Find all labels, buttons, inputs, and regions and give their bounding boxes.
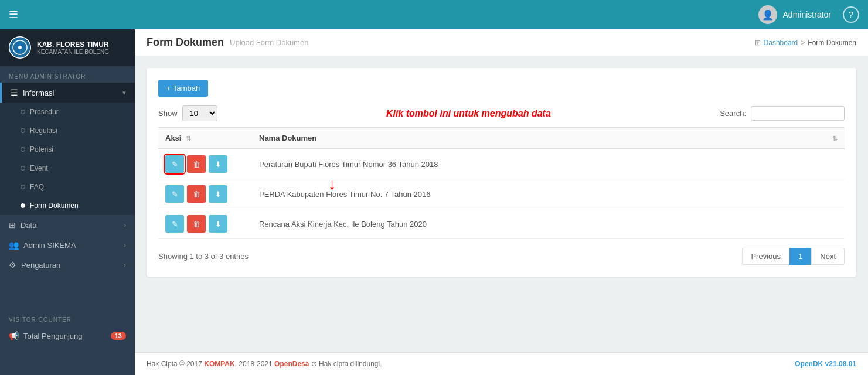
brand-text: KAB. FLORES TIMUR KECAMATAN ILE BOLENG bbox=[37, 40, 109, 55]
download-button-1[interactable]: ⬇ bbox=[209, 155, 227, 173]
speaker-icon: 📢 bbox=[9, 331, 19, 340]
table-row: ✎ 🗑 ⬇ Peraturan Bupati Flores Timur Nomo… bbox=[158, 149, 845, 179]
sidebar-item-potensi[interactable]: Potensi bbox=[0, 140, 135, 159]
document-name: Rencana Aksi Kinerja Kec. Ile Boleng Tah… bbox=[252, 209, 823, 239]
chevron-right-icon-pengaturan: › bbox=[124, 261, 126, 268]
annotation-text: Klik tombol ini untuk mengubah data bbox=[386, 108, 551, 119]
show-label: Show bbox=[158, 109, 178, 118]
total-pengunjung-label: Total Pengunjung bbox=[23, 332, 106, 340]
page-1-button[interactable]: 1 bbox=[789, 248, 811, 265]
documents-table: Aksi ⇅ Nama Dokumen ⇅ bbox=[158, 127, 845, 239]
search-input[interactable] bbox=[751, 106, 845, 121]
sidebar-item-label-event: Event bbox=[30, 164, 126, 172]
dot-icon-form-dokumen bbox=[21, 203, 25, 208]
sidebar-item-faq[interactable]: FAQ bbox=[0, 178, 135, 196]
visitor-count-badge: 13 bbox=[111, 332, 126, 340]
sidebar-footer bbox=[0, 275, 135, 309]
content-area: + Tambah Show 10 25 50 100 Klik bbox=[135, 56, 868, 352]
sidebar-item-label-potensi: Potensi bbox=[30, 145, 126, 154]
chevron-right-icon-data: › bbox=[124, 221, 126, 229]
informasi-submenu: Prosedur Regulasi Potensi Event FAQ Form… bbox=[0, 103, 135, 215]
chevron-down-icon: ▾ bbox=[122, 89, 126, 97]
dot-icon-regulasi bbox=[21, 128, 25, 133]
sidebar-item-event[interactable]: Event bbox=[0, 159, 135, 178]
action-buttons: ✎ 🗑 ⬇ bbox=[165, 185, 245, 203]
page-subtitle: Upload Form Dokumen bbox=[230, 38, 308, 47]
download-button-2[interactable]: ⬇ bbox=[209, 185, 227, 203]
footer-opendesa-link[interactable]: OpenDesa bbox=[274, 360, 309, 368]
sidebar-item-label-pengaturan: Pengaturan bbox=[21, 261, 119, 270]
hamburger-icon[interactable]: ☰ bbox=[9, 8, 18, 21]
help-icon[interactable]: ? bbox=[843, 6, 859, 23]
main-card: + Tambah Show 10 25 50 100 Klik bbox=[147, 68, 856, 277]
entries-info: Showing 1 to 3 of 3 entries bbox=[158, 252, 249, 261]
edit-button-1[interactable]: ✎ bbox=[165, 155, 184, 173]
table-row: ✎ 🗑 ⬇ PERDA Kabupaten Flores Timur No. 7… bbox=[158, 179, 845, 209]
show-entries: Show 10 25 50 100 bbox=[158, 105, 217, 121]
download-button-3[interactable]: ⬇ bbox=[209, 215, 227, 233]
pagination: Previous 1 Next bbox=[742, 248, 845, 265]
main-content: Form Dokumen Upload Form Dokumen ⊞ Dashb… bbox=[135, 29, 868, 375]
sidebar-item-data[interactable]: ⊞ Data › bbox=[0, 215, 135, 235]
dot-icon-event bbox=[21, 166, 25, 171]
database-icon: ⊞ bbox=[9, 220, 16, 230]
search-label: Search: bbox=[720, 109, 746, 118]
entries-select[interactable]: 10 25 50 100 bbox=[182, 105, 217, 121]
page-header: Form Dokumen Upload Form Dokumen ⊞ Dashb… bbox=[135, 29, 868, 56]
col-aksi: Aksi ⇅ bbox=[158, 128, 252, 149]
sidebar-item-total-pengunjung[interactable]: 📢 Total Pengunjung 13 bbox=[0, 326, 135, 346]
next-button[interactable]: Next bbox=[811, 248, 845, 265]
action-cell: ✎ 🗑 ⬇ bbox=[158, 179, 252, 209]
sort-icon-aksi: ⇅ bbox=[186, 135, 191, 142]
sidebar-item-regulasi[interactable]: Regulasi bbox=[0, 121, 135, 140]
col-nama-dokumen: Nama Dokumen bbox=[252, 128, 823, 149]
sidebar-brand: KAB. FLORES TIMUR KECAMATAN ILE BOLENG bbox=[0, 29, 135, 66]
breadcrumb: ⊞ Dashboard > Form Dokumen bbox=[755, 39, 856, 47]
admin-icon: 👥 bbox=[9, 240, 19, 250]
admin-area: 👤 Administrator ? bbox=[758, 5, 859, 24]
dot-icon-prosedur bbox=[21, 110, 25, 114]
delete-button-3[interactable]: 🗑 bbox=[187, 215, 206, 233]
action-buttons: ✎ 🗑 ⬇ bbox=[165, 215, 245, 233]
gear-icon: ⚙ bbox=[9, 260, 16, 270]
table-footer: Showing 1 to 3 of 3 entries Previous 1 N… bbox=[158, 248, 845, 265]
menu-section-label: MENU ADMINISTRATOR bbox=[0, 66, 135, 83]
action-cell: ✎ 🗑 ⬇ bbox=[158, 209, 252, 239]
footer-version: OpenDK v21.08.01 bbox=[795, 360, 856, 368]
sidebar-item-label-admin-sikema: Admin SIKEMA bbox=[23, 241, 119, 250]
chevron-right-icon-admin: › bbox=[124, 241, 126, 248]
dot-icon-faq bbox=[21, 185, 25, 189]
sidebar-item-pengaturan[interactable]: ⚙ Pengaturan › bbox=[0, 255, 135, 275]
sidebar-item-form-dokumen[interactable]: Form Dokumen bbox=[0, 196, 135, 215]
sidebar-item-label-form-dokumen: Form Dokumen bbox=[30, 202, 126, 210]
breadcrumb-current: Form Dokumen bbox=[808, 39, 856, 47]
sidebar-item-admin-sikema[interactable]: 👥 Admin SIKEMA › bbox=[0, 235, 135, 255]
delete-button-1[interactable]: 🗑 bbox=[187, 155, 206, 173]
sidebar-item-label-informasi: Informasi bbox=[23, 88, 118, 97]
sort-icon-nama: ⇅ bbox=[832, 135, 838, 142]
sidebar: KAB. FLORES TIMUR KECAMATAN ILE BOLENG M… bbox=[0, 29, 135, 375]
table-controls: Show 10 25 50 100 Klik tombol ini untuk … bbox=[158, 105, 845, 121]
page-header-left: Form Dokumen Upload Form Dokumen bbox=[147, 36, 308, 49]
empty-cell bbox=[823, 209, 845, 239]
sidebar-item-informasi[interactable]: ☰ Informasi ▾ bbox=[0, 83, 135, 103]
breadcrumb-dashboard[interactable]: Dashboard bbox=[764, 39, 798, 47]
delete-button-2[interactable]: 🗑 bbox=[187, 185, 206, 203]
edit-button-2[interactable]: ✎ bbox=[165, 185, 184, 203]
page-title: Form Dokumen bbox=[147, 36, 224, 49]
footer-github-icon: ⊙ bbox=[309, 360, 316, 368]
svg-point-2 bbox=[18, 46, 22, 49]
add-button[interactable]: + Tambah bbox=[158, 80, 208, 97]
footer-kompak-link[interactable]: KOMPAK bbox=[204, 360, 234, 368]
sidebar-item-prosedur[interactable]: Prosedur bbox=[0, 103, 135, 121]
annotation-container: Aksi ⇅ Nama Dokumen ⇅ bbox=[158, 127, 845, 239]
action-cell: ✎ 🗑 ⬇ bbox=[158, 149, 252, 179]
avatar: 👤 bbox=[758, 5, 777, 24]
brand-sub: KECAMATAN ILE BOLENG bbox=[37, 49, 109, 55]
edit-button-3[interactable]: ✎ bbox=[165, 215, 184, 233]
action-buttons: ✎ 🗑 ⬇ bbox=[165, 155, 245, 173]
previous-button[interactable]: Previous bbox=[742, 248, 789, 265]
document-name: PERDA Kabupaten Flores Timur No. 7 Tahun… bbox=[252, 179, 823, 209]
admin-name: Administrator bbox=[783, 10, 831, 19]
dot-icon-potensi bbox=[21, 147, 25, 152]
